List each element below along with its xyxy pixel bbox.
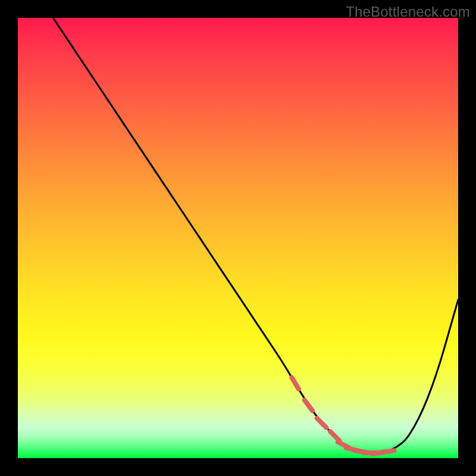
chart-plot-area [18, 18, 458, 458]
chart-svg [18, 18, 458, 458]
plateau-marker [292, 378, 299, 389]
chart-frame: TheBottleneck.com [0, 0, 476, 476]
plateau-marker [381, 450, 394, 452]
watermark-text: TheBottleneck.com [346, 4, 470, 20]
bottleneck-curve [53, 18, 458, 453]
plateau-markers [292, 378, 394, 454]
plateau-marker [330, 431, 340, 441]
plateau-marker [317, 418, 327, 428]
plateau-marker [305, 400, 312, 411]
